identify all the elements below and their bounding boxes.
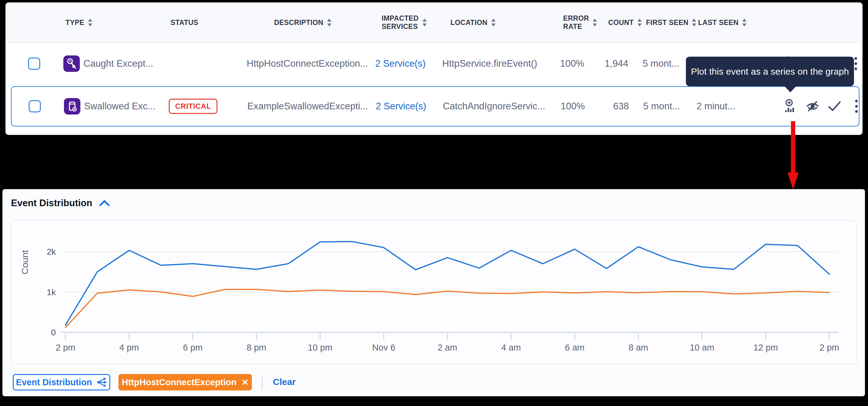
- more-options-icon[interactable]: [849, 98, 864, 114]
- svg-text:10 pm: 10 pm: [308, 343, 333, 352]
- first-seen: 5 mont...: [643, 101, 680, 112]
- sort-icon[interactable]: [592, 18, 597, 27]
- event-distribution-chart: 01k2k2 pm4 pm6 pm8 pm10 pmNov 62 am4 am6…: [11, 221, 857, 365]
- svg-text:1k: 1k: [46, 287, 56, 297]
- chart-series-controls: Event Distribution HttpHostConnectExcept…: [2, 374, 865, 392]
- event-description: ExampleSwallowedExcepti...: [247, 101, 368, 112]
- last-seen: 2 minut...: [696, 101, 736, 112]
- caught-exception-icon: [63, 56, 80, 72]
- svg-text:6 pm: 6 pm: [183, 343, 203, 352]
- sort-icon[interactable]: [742, 18, 747, 27]
- event-count: 638: [589, 101, 629, 112]
- series-button-label: Event Distribution: [16, 377, 92, 387]
- chevron-up-icon[interactable]: [99, 199, 110, 207]
- tooltip-text: Plot this event as a series on the graph: [691, 66, 849, 77]
- event-description: HttpHostConnectException...: [247, 58, 368, 69]
- first-seen: 5 mont...: [643, 58, 680, 69]
- event-distribution-series-button[interactable]: Event Distribution: [13, 374, 110, 391]
- svg-text:2 pm: 2 pm: [56, 343, 75, 352]
- svg-text:2 pm: 2 pm: [819, 343, 839, 352]
- column-label: ERRORRATE: [563, 14, 589, 31]
- svg-text:8 pm: 8 pm: [247, 343, 266, 352]
- column-header-error-rate[interactable]: ERRORRATE: [563, 2, 597, 43]
- svg-text:0: 0: [51, 328, 56, 337]
- annotation-arrow-down: [787, 121, 799, 189]
- swallowed-exception-icon: [64, 98, 81, 115]
- event-distribution-panel: Event Distribution Count 01k2k2 pm4 pm6 …: [2, 189, 865, 396]
- sort-icon[interactable]: [691, 18, 697, 27]
- column-label: STATUS: [170, 19, 198, 27]
- column-header-location[interactable]: LOCATION: [451, 2, 496, 43]
- svg-text:4 am: 4 am: [501, 343, 521, 352]
- share-branch-icon: [97, 377, 107, 387]
- chip-label: HttpHostConnectException: [122, 377, 237, 387]
- row-actions: [783, 98, 864, 114]
- impacted-services-link[interactable]: 2 Service(s): [375, 58, 426, 69]
- svg-text:2k: 2k: [46, 247, 56, 256]
- table-row-selected[interactable]: Swallowed Exc... CRITICAL ExampleSwallow…: [11, 86, 860, 126]
- column-header-description[interactable]: DESCRIPTION: [274, 2, 332, 43]
- status-badge: CRITICAL: [169, 99, 217, 114]
- clear-button[interactable]: Clear: [273, 377, 296, 387]
- table-header-row: TYPE STATUS DESCRIPTION IMPACTEDSERVICES…: [5, 2, 863, 43]
- panel-title: Event Distribution: [11, 198, 92, 209]
- column-header-type[interactable]: TYPE: [65, 2, 93, 43]
- column-label: LOCATION: [451, 19, 488, 27]
- svg-text:2 am: 2 am: [438, 343, 457, 352]
- divider: [262, 375, 262, 390]
- column-label: FIRST SEEN: [646, 19, 688, 27]
- column-label: DESCRIPTION: [274, 19, 323, 27]
- column-header-first-seen[interactable]: FIRST SEEN: [646, 2, 697, 43]
- event-location: CatchAndIgnoreServic...: [443, 101, 545, 112]
- plot-event-icon[interactable]: [783, 98, 798, 114]
- column-header-last-seen[interactable]: LAST SEEN: [698, 2, 747, 43]
- error-rate: 100%: [560, 58, 584, 69]
- row-checkbox[interactable]: [29, 100, 41, 113]
- svg-text:12 pm: 12 pm: [753, 343, 778, 352]
- sort-icon[interactable]: [87, 18, 93, 27]
- column-label: LAST SEEN: [698, 19, 739, 27]
- series-chip-httphostconnectexception[interactable]: HttpHostConnectException ✕: [119, 374, 252, 391]
- sort-icon[interactable]: [327, 18, 332, 27]
- chart-card: Count 01k2k2 pm4 pm6 pm8 pm10 pmNov 62 a…: [11, 220, 857, 365]
- hide-event-icon[interactable]: [805, 98, 820, 114]
- event-location: HttpService.fireEvent(): [442, 58, 537, 69]
- row-checkbox[interactable]: [28, 58, 40, 70]
- svg-text:8 am: 8 am: [629, 343, 648, 352]
- svg-text:Nov 6: Nov 6: [372, 343, 395, 352]
- column-label: IMPACTEDSERVICES: [382, 14, 419, 31]
- event-count: 1,944: [589, 58, 628, 69]
- sort-icon[interactable]: [422, 18, 427, 27]
- event-type: Swallowed Exc...: [84, 101, 155, 112]
- close-icon[interactable]: ✕: [242, 377, 249, 387]
- event-type: Caught Except...: [84, 58, 153, 69]
- svg-text:4 pm: 4 pm: [119, 343, 139, 352]
- plot-event-tooltip: Plot this event as a series on the graph: [686, 57, 854, 86]
- svg-text:10 am: 10 am: [690, 343, 714, 352]
- impacted-services-link[interactable]: 2 Service(s): [376, 101, 426, 112]
- column-header-count[interactable]: COUNT: [608, 2, 642, 43]
- column-label: COUNT: [608, 19, 634, 27]
- tooltip-caret: [784, 86, 797, 92]
- column-label: TYPE: [65, 19, 84, 27]
- error-rate: 100%: [561, 101, 585, 112]
- svg-text:6 am: 6 am: [565, 343, 585, 352]
- resolve-event-icon[interactable]: [827, 98, 842, 114]
- column-header-status[interactable]: STATUS: [170, 2, 198, 43]
- y-axis-label: Count: [20, 250, 30, 274]
- sort-icon[interactable]: [491, 18, 496, 27]
- sort-icon[interactable]: [637, 18, 642, 27]
- column-header-impacted-services[interactable]: IMPACTEDSERVICES: [382, 2, 427, 43]
